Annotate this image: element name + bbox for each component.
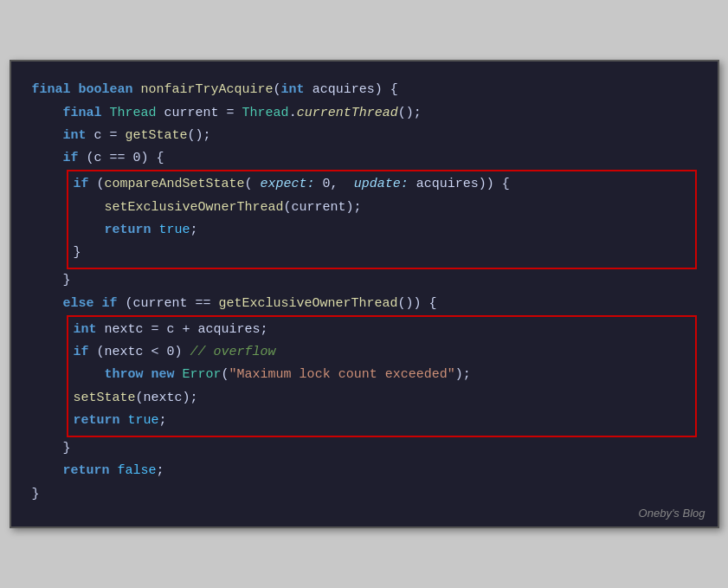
keyword-else-if: else if	[63, 296, 118, 311]
keyword-new: new	[151, 367, 175, 382]
var-current: current	[164, 106, 219, 120]
line-2: final Thread current = Thread.currentThr…	[32, 106, 422, 120]
code-end: } return false; }	[32, 437, 697, 506]
box1-line-2: setExclusiveOwnerThread(current);	[74, 200, 362, 215]
blog-credit: Oneby's Blog	[639, 507, 705, 520]
keyword-return-false: return	[63, 463, 110, 478]
val-false: false	[118, 463, 157, 478]
type-thread: Thread	[110, 106, 157, 120]
keyword-throw: throw	[105, 367, 144, 382]
highlighted-box-1: if (compareAndSetState( expect: 0, updat…	[67, 170, 697, 269]
line-close-else: }	[32, 441, 71, 456]
fn-nonfairTryAcquire: nonfairTryAcquire	[141, 82, 274, 97]
line-1: final boolean nonfairTryAcquire(int acqu…	[32, 82, 398, 97]
keyword-final: final	[32, 82, 71, 97]
box2-line-3: throw new Error("Maximum lock count exce…	[74, 367, 471, 382]
label-expect: expect:	[261, 177, 315, 191]
var-nextc: nextc	[105, 322, 144, 337]
keyword-int-param: int	[281, 82, 305, 97]
box1-line-1: if (compareAndSetState( expect: 0, updat…	[74, 177, 510, 191]
box2-line-5: return true;	[74, 413, 167, 428]
fn-getState: getState	[126, 128, 188, 143]
fn-currentThread: currentThread	[297, 106, 398, 120]
var-c: c	[94, 128, 102, 143]
keyword-final-2: final	[63, 106, 102, 120]
fn-setExclusiveOwnerThread: setExclusiveOwnerThread	[105, 200, 284, 215]
val-true-box1: true	[159, 223, 190, 237]
keyword-return-box2: return	[74, 413, 120, 428]
arg-current: current	[292, 200, 346, 215]
keyword-boolean: boolean	[79, 82, 133, 97]
box2-line-1: int nextc = c + acquires;	[74, 322, 268, 337]
keyword-int-nextc: int	[74, 322, 97, 337]
val-acquires: acquires	[416, 177, 479, 191]
class-error: Error	[183, 367, 222, 382]
code-after-box1: } else if (current == getExclusiveOwnerT…	[32, 269, 697, 315]
box1-content: if (compareAndSetState( expect: 0, updat…	[74, 173, 690, 264]
box2-line-4: setState(nextc);	[74, 391, 198, 405]
box1-line-3: return true;	[74, 223, 198, 237]
label-update: update:	[354, 177, 409, 191]
str-max-lock: "Maximum lock count exceeded"	[229, 367, 455, 382]
code-content: final boolean nonfairTryAcquire(int acqu…	[32, 79, 697, 170]
keyword-int-c: int	[63, 128, 87, 143]
comment-overflow: // overflow	[190, 345, 276, 359]
fn-getExclusiveOwnerThread: getExclusiveOwnerThread	[219, 296, 398, 311]
line-else: else if (current == getExclusiveOwnerThr…	[32, 296, 437, 311]
val-true-box2: true	[128, 413, 159, 428]
box2-line-2: if (nextc < 0) // overflow	[74, 345, 276, 359]
highlighted-box-2: int nextc = c + acquires; if (nextc < 0)…	[67, 315, 697, 437]
param-acquires: acquires	[312, 82, 375, 97]
keyword-if-box2: if	[74, 345, 89, 359]
keyword-return-box1: return	[105, 223, 151, 237]
code-window: final boolean nonfairTryAcquire(int acqu…	[10, 60, 719, 528]
val-0: 0,	[323, 177, 338, 191]
fn-compareAndSetState: compareAndSetState	[105, 177, 245, 191]
line-return-false: return false;	[32, 463, 164, 478]
box2-content: int nextc = c + acquires; if (nextc < 0)…	[74, 319, 690, 432]
keyword-if-box1: if	[74, 177, 89, 191]
keyword-if-1: if	[63, 151, 79, 165]
line-4: if (c == 0) {	[32, 151, 164, 165]
class-thread: Thread	[242, 106, 289, 120]
fn-setState: setState	[74, 391, 136, 405]
line-3: int c = getState();	[32, 128, 211, 143]
line-close-if: }	[32, 273, 71, 288]
box1-line-4: }	[74, 245, 81, 260]
line-close-fn: }	[32, 487, 40, 501]
